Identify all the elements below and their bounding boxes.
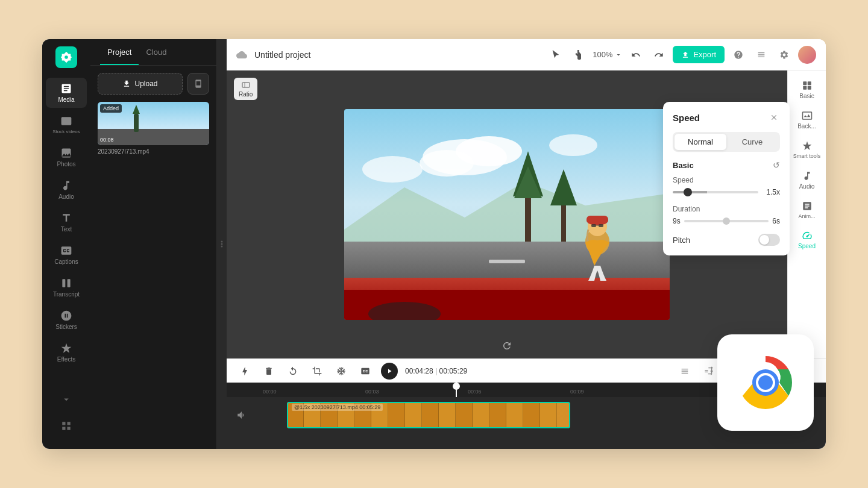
right-panel-background[interactable]: Back... [790, 105, 824, 134]
timeline-playhead[interactable] [456, 383, 457, 397]
frame-7 [388, 402, 405, 428]
speed-mode-normal[interactable]: Normal [675, 134, 726, 150]
svg-point-19 [362, 156, 423, 183]
hand-tool[interactable] [570, 46, 588, 64]
speed-value: 1.5x [763, 188, 780, 196]
svg-rect-24 [525, 193, 531, 242]
svg-point-20 [549, 134, 597, 156]
auto-caption-button[interactable] [357, 363, 374, 380]
sidebar-item-transcript[interactable]: Transcript [46, 272, 87, 302]
sidebar-item-media[interactable]: Media [46, 78, 87, 108]
media-file-name: 20230927l713.mp4 [98, 148, 209, 155]
pitch-row: Pitch [673, 234, 780, 246]
left-panel-tabs: Project Cloud [90, 39, 216, 66]
redo-button[interactable] [650, 46, 668, 64]
sidebar-item-stock-videos[interactable]: Stock videos [46, 110, 87, 140]
panel-divider[interactable] [217, 39, 227, 449]
sidebar-item-label: Effects [57, 356, 75, 363]
ratio-button[interactable]: Ratio [234, 78, 257, 100]
svg-point-12 [221, 246, 223, 248]
sidebar-item-label: Transcript [53, 291, 80, 298]
toggle-thumb [760, 235, 769, 245]
sidebar-item-effects[interactable]: Effects [46, 337, 87, 368]
duration-badge: 00:08 [100, 137, 114, 143]
user-avatar[interactable] [798, 46, 816, 64]
app-logo[interactable] [55, 46, 77, 68]
tab-cloud[interactable]: Cloud [139, 39, 174, 65]
speed-panel: Speed Normal Curve Basic ↺ Speed 1.5x [663, 102, 790, 255]
speed-panel-close-button[interactable] [768, 111, 780, 124]
speed-slider-row: 1.5x [673, 188, 780, 196]
upload-button[interactable]: Upload [98, 73, 183, 95]
crop-button[interactable] [309, 363, 326, 380]
sidebar-item-text[interactable]: Text [46, 207, 87, 237]
svg-rect-3 [68, 422, 71, 425]
tab-project[interactable]: Project [100, 39, 139, 65]
device-button[interactable] [187, 73, 209, 95]
play-button[interactable] [381, 363, 398, 380]
sidebar-item-label: Audio [58, 193, 74, 200]
more-options-button[interactable] [752, 46, 770, 64]
sidebar-item-audio[interactable]: Audio [46, 175, 87, 205]
pitch-toggle[interactable] [758, 234, 780, 246]
topbar-tools: 100% Export [547, 46, 816, 64]
timeline-settings-button[interactable] [676, 363, 693, 380]
frame-12 [473, 402, 489, 428]
duration-from: 9s [673, 217, 681, 225]
duration-slider[interactable] [684, 220, 769, 222]
right-panel-basic[interactable]: Basic [790, 75, 824, 104]
split-timeline-button[interactable] [700, 363, 717, 380]
duration-to: 6s [772, 217, 780, 225]
svg-rect-42 [807, 86, 811, 90]
help-button[interactable] [729, 46, 747, 64]
speed-panel-header: Speed [673, 111, 780, 124]
speed-slider[interactable] [673, 191, 758, 193]
delete-button[interactable] [260, 363, 277, 380]
split-button[interactable] [236, 363, 253, 380]
pointer-tool[interactable] [547, 46, 565, 64]
sidebar-item-label: Text [61, 226, 72, 233]
frame-9 [422, 402, 439, 428]
right-panel-speed[interactable]: Speed [790, 225, 824, 254]
track-audio-icon[interactable] [227, 410, 257, 421]
sidebar-item-label: Stock videos [52, 129, 80, 135]
freeze-button[interactable] [333, 363, 350, 380]
video-track[interactable]: @1.5x 20230927l713.mp4 00:05:29 [287, 402, 570, 428]
chrome-overlay [717, 334, 814, 431]
sidebar-item-photos[interactable]: Photos [46, 142, 87, 172]
frame-16 [540, 402, 557, 428]
frame-13 [489, 402, 506, 428]
right-panel-smart-tools[interactable]: Smart tools [790, 136, 824, 164]
speed-section-title: Basic [673, 161, 694, 170]
video-preview [344, 109, 670, 320]
refresh-button[interactable] [502, 340, 512, 354]
svg-rect-36 [599, 224, 603, 227]
svg-rect-13 [242, 83, 250, 87]
sidebar-item-stickers[interactable]: Stickers [46, 305, 87, 335]
sidebar-item-captions[interactable]: Captions [46, 240, 87, 270]
sidebar-more-button[interactable] [55, 389, 77, 410]
media-thumbnail[interactable]: Added 00:08 20230927l713.mp4 [98, 102, 209, 155]
project-name: Untitled project [254, 50, 310, 60]
duration-label: Duration [673, 205, 780, 213]
undo-button[interactable] [627, 46, 645, 64]
right-panel-animation[interactable]: Anim... [790, 196, 824, 224]
svg-rect-2 [62, 422, 65, 425]
left-panel: Project Cloud Upload [90, 39, 217, 449]
right-panel-audio[interactable]: Audio [790, 166, 824, 195]
cloud-icon [236, 49, 247, 60]
settings-topbar-button[interactable] [775, 46, 793, 64]
topbar: Untitled project 100% [227, 39, 826, 70]
svg-rect-23 [489, 260, 525, 263]
added-badge: Added [100, 104, 122, 113]
loop-button[interactable] [285, 363, 301, 380]
zoom-control[interactable]: 100% [593, 50, 622, 59]
sidebar-settings-button[interactable] [55, 415, 77, 437]
speed-label: Speed [673, 176, 780, 184]
speed-mode-curve[interactable]: Curve [726, 134, 778, 150]
export-button[interactable]: Export [673, 46, 725, 63]
svg-point-11 [221, 243, 223, 245]
ruler-mark-0: 00:00 [263, 389, 277, 395]
reset-button[interactable]: ↺ [773, 160, 780, 170]
svg-point-46 [758, 375, 773, 390]
